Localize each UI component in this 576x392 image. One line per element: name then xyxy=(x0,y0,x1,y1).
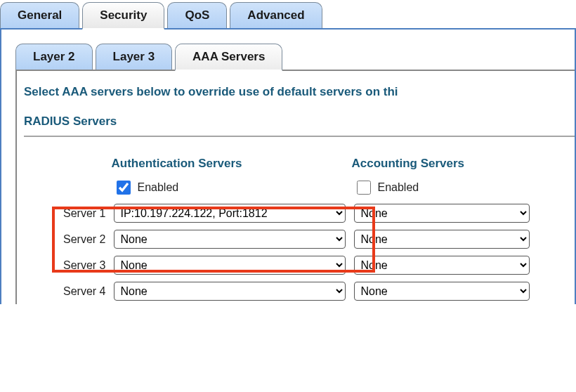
tab-general[interactable]: General xyxy=(0,2,79,28)
server1-auth-select[interactable]: IP:10.197.224.122, Port:1812 xyxy=(114,204,346,223)
acct-enabled-label: Enabled xyxy=(377,181,419,194)
table-row: Server 3 None None xyxy=(59,252,534,278)
auth-column-header: Authentication Servers xyxy=(110,154,350,175)
tab-security[interactable]: Security xyxy=(82,2,164,30)
tabs-primary: General Security QoS Advanced xyxy=(0,0,576,30)
table-row: Server 4 None None xyxy=(59,278,534,304)
auth-enabled-label: Enabled xyxy=(137,181,178,194)
server3-auth-select[interactable]: None xyxy=(114,256,346,275)
tabs-secondary: Layer 2 Layer 3 AAA Servers xyxy=(15,44,575,71)
auth-enabled-checkbox[interactable] xyxy=(117,181,131,195)
instruction-text: Select AAA servers below to override use… xyxy=(24,85,575,99)
radius-title: RADIUS Servers xyxy=(24,115,575,129)
section-divider xyxy=(24,136,575,137)
server1-acct-select[interactable]: None xyxy=(354,204,530,223)
server4-acct-select[interactable]: None xyxy=(354,282,530,301)
server-row-label: Server 4 xyxy=(59,278,110,304)
table-row: Server 2 None None xyxy=(59,226,534,252)
tab-aaa-servers[interactable]: AAA Servers xyxy=(175,44,282,71)
acct-enabled-checkbox[interactable] xyxy=(357,181,371,195)
server-row-label: Server 1 xyxy=(59,200,110,226)
table-row: Server 1 IP:10.197.224.122, Port:1812 No… xyxy=(59,200,534,226)
server-row-label: Server 2 xyxy=(59,226,110,252)
radius-servers-table: Authentication Servers Accounting Server… xyxy=(59,154,534,304)
server2-auth-select[interactable]: None xyxy=(114,230,346,249)
server-row-label: Server 3 xyxy=(59,252,110,278)
tab-advanced[interactable]: Advanced xyxy=(230,2,322,28)
tab-layer3[interactable]: Layer 3 xyxy=(96,44,173,70)
acct-column-header: Accounting Servers xyxy=(350,154,534,175)
server2-acct-select[interactable]: None xyxy=(354,230,530,249)
server4-auth-select[interactable]: None xyxy=(114,282,346,301)
tab-qos[interactable]: QoS xyxy=(167,2,227,28)
tab-layer2[interactable]: Layer 2 xyxy=(15,44,93,70)
server3-acct-select[interactable]: None xyxy=(354,256,530,275)
